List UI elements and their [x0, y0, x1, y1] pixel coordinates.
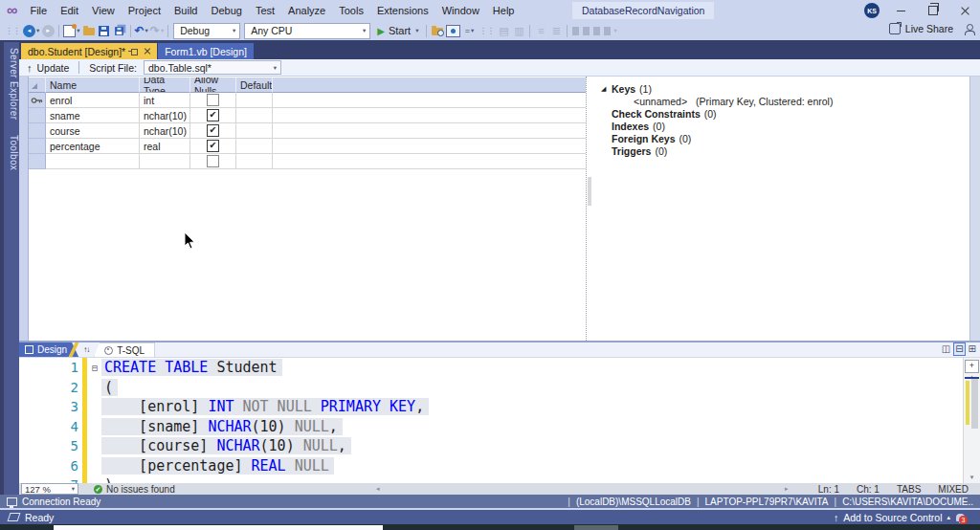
hscroll-left-icon[interactable]: ◂: [376, 485, 380, 493]
cell-data-type[interactable]: real: [140, 139, 190, 154]
tab-tsql[interactable]: T-SQL: [94, 342, 155, 357]
tree-item-indexes[interactable]: Indexes(0): [595, 120, 970, 132]
allow-nulls-checkbox[interactable]: [207, 155, 219, 167]
row-header[interactable]: [29, 123, 46, 139]
code-line[interactable]: 6 [percentage] REAL NULL: [19, 456, 964, 476]
menu-analyze[interactable]: Analyze: [281, 0, 332, 21]
table-row[interactable]: enrolint: [29, 93, 588, 108]
pin-icon[interactable]: [131, 49, 138, 55]
decrease-indent-button[interactable]: ≡: [534, 23, 547, 38]
tree-item-keys[interactable]: ◢Keys(1): [595, 82, 970, 95]
cell-name[interactable]: sname: [46, 108, 140, 123]
menu-project[interactable]: Project: [122, 0, 167, 21]
code-line[interactable]: 5 [course] NCHAR(10) NULL,: [19, 436, 964, 456]
allow-nulls-checkbox[interactable]: ✔: [207, 140, 219, 152]
line-indicator[interactable]: Ln: 1: [818, 484, 839, 495]
cell-name[interactable]: percentage: [46, 139, 140, 154]
allow-nulls-checkbox[interactable]: ✔: [207, 124, 219, 137]
code-line[interactable]: 2(: [19, 378, 964, 398]
document-health-indicator[interactable]: ✔ No issues found: [94, 484, 175, 495]
scrollbar-thumb[interactable]: [588, 177, 591, 206]
cell-allow-nulls[interactable]: ✔: [190, 108, 236, 123]
menu-test[interactable]: Test: [249, 0, 281, 21]
hscroll-right-icon[interactable]: ▸: [785, 485, 789, 493]
cell-default[interactable]: [236, 139, 273, 154]
avatar[interactable]: KS: [864, 3, 880, 18]
navigate-forward-button[interactable]: ►: [41, 23, 55, 38]
toolbar-grip-icon[interactable]: ⋮⋮: [5, 26, 20, 35]
designer-vertical-scrollbar[interactable]: [586, 77, 593, 341]
bookmark-next-icon[interactable]: [593, 27, 600, 35]
allow-nulls-checkbox[interactable]: [207, 94, 219, 106]
tab-dbo-student-design[interactable]: dbo.Student [Design]*: [21, 43, 157, 59]
code-line[interactable]: 3 [enrol] INT NOT NULL PRIMARY KEY,: [19, 397, 964, 417]
cell-data-type[interactable]: nchar(10): [140, 123, 190, 139]
toolbar-grip-icon[interactable]: ⋮⋮: [479, 26, 494, 35]
save-button[interactable]: [98, 23, 111, 38]
connection-segment[interactable]: LAPTOP-PPL79PR7\KAVITA: [705, 497, 829, 507]
comment-button[interactable]: ▤: [497, 23, 510, 38]
cell-default[interactable]: [236, 123, 273, 139]
connection-segment[interactable]: C:\USERS\KAVITA\DOCUME..: [842, 497, 973, 507]
column-header-allow-nulls[interactable]: Allow Nulls: [190, 77, 236, 93]
taskbar-icon[interactable]: [574, 525, 618, 530]
table-row[interactable]: coursenchar(10)✔: [29, 123, 588, 139]
cell-default[interactable]: [236, 93, 273, 108]
split-vertical-icon[interactable]: ◫: [941, 343, 951, 355]
menu-file[interactable]: File: [23, 0, 54, 21]
code-line[interactable]: 4 [sname] NCHAR(10) NULL,: [19, 417, 964, 437]
intellitrace-button[interactable]: [446, 23, 460, 38]
row-header[interactable]: [29, 154, 46, 169]
tree-item-check-constraints[interactable]: Check Constraints(0): [595, 107, 970, 120]
notifications-button[interactable]: 3: [956, 510, 971, 524]
expander-icon[interactable]: ◢: [601, 85, 612, 93]
sidebar-item-toolbox[interactable]: Toolbox: [6, 129, 19, 170]
menu-window[interactable]: Window: [435, 0, 486, 21]
properties-scrollbar[interactable]: [969, 77, 980, 341]
menu-build[interactable]: Build: [167, 0, 204, 21]
code-vertical-scrollbar[interactable]: + ▴ ▾: [963, 358, 980, 483]
cell-default[interactable]: [236, 108, 273, 123]
column-header-default[interactable]: Default: [236, 77, 273, 93]
undo-button[interactable]: ↶▾: [135, 23, 148, 38]
splitter-handle[interactable]: +: [965, 360, 979, 373]
new-project-button[interactable]: ▾: [63, 23, 79, 38]
menu-view[interactable]: View: [85, 0, 122, 21]
tree-item-triggers[interactable]: Triggers(0): [595, 144, 970, 157]
tabs-indicator[interactable]: TABS: [897, 484, 921, 495]
taskbar-search-box[interactable]: [54, 525, 383, 530]
menu-help[interactable]: Help: [486, 0, 522, 21]
solution-platform-select[interactable]: Any CPU▾: [244, 23, 370, 39]
row-header[interactable]: [29, 139, 46, 154]
solution-configuration-select[interactable]: Debug▾: [173, 23, 240, 39]
menu-debug[interactable]: Debug: [204, 0, 248, 21]
cell-name[interactable]: course: [46, 123, 140, 139]
menu-edit[interactable]: Edit: [54, 0, 85, 21]
menu-extensions[interactable]: Extensions: [370, 0, 435, 21]
cell-allow-nulls[interactable]: [190, 154, 236, 169]
save-all-button[interactable]: [113, 23, 126, 38]
cell-default[interactable]: [236, 154, 273, 169]
find-in-files-button[interactable]: [431, 23, 444, 38]
cell-allow-nulls[interactable]: ✔: [190, 139, 236, 154]
table-row[interactable]: percentagereal✔: [29, 139, 588, 154]
feedback-icon[interactable]: [964, 24, 974, 34]
connection-segment[interactable]: (LocalDB)\MSSQLLocalDB: [576, 497, 691, 507]
tree-item-foreign-keys[interactable]: Foreign Keys(0): [595, 132, 970, 144]
cell-name[interactable]: enrol: [46, 93, 140, 108]
restore-button[interactable]: [917, 0, 948, 21]
navigate-back-button[interactable]: ◄▾: [23, 23, 39, 38]
increase-indent-button[interactable]: ≣: [549, 23, 563, 38]
encoding-indicator[interactable]: MIXED: [938, 484, 969, 495]
table-row[interactable]: snamenchar(10)✔: [29, 108, 588, 123]
allow-nulls-checkbox[interactable]: ✔: [207, 109, 219, 121]
bookmark-clear-icon[interactable]: [604, 27, 611, 35]
menu-tools[interactable]: Tools: [332, 0, 370, 21]
cell-allow-nulls[interactable]: [190, 93, 236, 108]
column-header-data-type[interactable]: Data Type: [140, 77, 190, 93]
sql-code-editor[interactable]: 1⊟CREATE TABLE Student2(3 [enrol] INT NO…: [19, 358, 964, 483]
swap-panes-icon[interactable]: ↑↓: [78, 342, 94, 357]
cell-allow-nulls[interactable]: ✔: [190, 123, 236, 139]
split-horizontal-icon[interactable]: ⊟: [953, 342, 965, 356]
add-to-source-control-button[interactable]: ↑ Add to Source Control ▴: [834, 512, 950, 523]
